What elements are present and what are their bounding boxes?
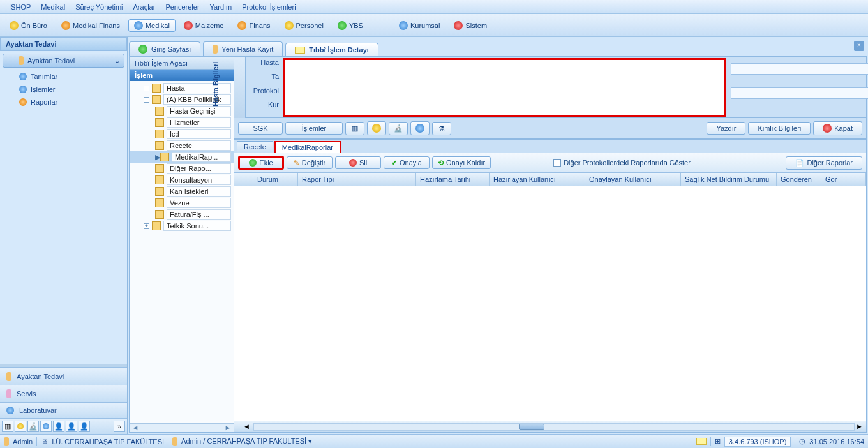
hscroll-track[interactable]	[253, 423, 855, 431]
module-ybs[interactable]: YBS	[332, 19, 369, 32]
small-icon-4[interactable]	[40, 421, 52, 432]
radiation-button[interactable]	[367, 121, 386, 135]
menu-pencereler[interactable]: Pencereler	[160, 3, 204, 11]
tree-node-konsultasyon[interactable]: Konsultasyon	[130, 174, 234, 186]
yazdir-button[interactable]: Yazdır	[707, 122, 745, 135]
islemler-button[interactable]: İşlemler	[285, 122, 343, 135]
grid-col-raportipi[interactable]: Rapor Tipi	[298, 173, 416, 186]
small-icon-5[interactable]: 👤	[53, 421, 64, 432]
left-item-label: Tanımlar	[31, 73, 57, 80]
module-onburo[interactable]: Ön Büro	[4, 19, 53, 32]
degistir-button[interactable]: ✎Değiştir	[287, 156, 333, 169]
small-icon-more[interactable]: »	[114, 421, 125, 432]
innertab-recete[interactable]: Recete	[237, 141, 273, 153]
grid-col-hazirlama[interactable]: Hazırlama Tarihi	[416, 173, 490, 186]
left-item-tanimlar[interactable]: Tanımlar	[0, 70, 127, 83]
ekle-button[interactable]: Ekle	[238, 156, 284, 170]
scroll-right-icon[interactable]: ►	[223, 424, 232, 432]
tree-node-kan[interactable]: Kan İstekleri	[130, 186, 234, 197]
small-icon-1[interactable]: ▥	[2, 421, 13, 432]
menu-yardim[interactable]: Yardım	[205, 3, 237, 11]
innertab-medikalraporlar[interactable]: MedikalRaporlar	[274, 141, 341, 153]
module-kurumsal[interactable]: Kurumsal	[393, 19, 445, 32]
radiation-icon	[372, 124, 381, 133]
module-medikal-finans[interactable]: Medikal Finans	[56, 19, 126, 32]
tree-node-vezne[interactable]: Vezne	[130, 197, 234, 209]
tree-node-hizmetler[interactable]: Hizmetler	[130, 117, 234, 128]
tree-node-label: Icd	[167, 129, 231, 139]
bottom-lab[interactable]: Laboratuvar	[0, 402, 127, 418]
tab-tibbi-islem[interactable]: Tıbbî İşlem Detayı	[285, 43, 378, 56]
hscroll-left-icon[interactable]: ◄	[243, 422, 252, 431]
tree-node-recete[interactable]: Recete	[130, 140, 234, 151]
tree-icon	[152, 95, 161, 104]
tree-expand-icon[interactable]: +	[144, 223, 149, 229]
left-item-raporlar[interactable]: Raporlar	[0, 96, 127, 108]
onayla-button[interactable]: ✔Onayla	[384, 156, 430, 169]
xray-button[interactable]: ▥	[345, 122, 364, 135]
kimlik-button[interactable]: Kimlik Bilgileri	[748, 122, 811, 135]
bottom-servis[interactable]: Servis	[0, 385, 127, 402]
status-user-org[interactable]: Admin / CERRAHPAŞA TIP FAKÜLTESİ ▾	[181, 437, 312, 445]
module-malzeme[interactable]: Malzeme	[178, 19, 230, 32]
tree-node-digerrapo[interactable]: Diğer Rapo...	[130, 163, 234, 174]
tree-node-medikalrap[interactable]: ▶MedikalRap...	[130, 151, 234, 163]
tree-node-tetkik[interactable]: +Tetkik Sonu...	[130, 220, 234, 232]
main-area: Ayaktan Tedavi Ayaktan Tedavi ⌄ Tanımlar…	[0, 37, 868, 434]
info-input-2[interactable]	[731, 87, 868, 99]
menu-ishop[interactable]: İSHOP	[4, 3, 36, 11]
other-protocols-checkbox[interactable]: Diğer Protokollerdeki Raporlarıda Göster	[553, 159, 691, 167]
sgk-button[interactable]: SGK	[238, 122, 283, 135]
tab-giris[interactable]: Giriş Sayfası	[129, 41, 200, 56]
grid-col-durum[interactable]: Durum	[253, 173, 298, 186]
grid-col-gonderen[interactable]: Gönderen	[777, 173, 821, 186]
info-input-1[interactable]	[731, 63, 868, 75]
grid-body	[234, 186, 866, 421]
tree-hscroll[interactable]: ◄►	[130, 423, 234, 432]
left-panel-subheader[interactable]: Ayaktan Tedavi ⌄	[3, 54, 124, 68]
small-icon-7[interactable]: 👤	[79, 421, 90, 432]
vert-label-hasta-bilgileri: Hasta Bigileri	[234, 57, 246, 118]
sil-label: Sil	[359, 159, 367, 167]
grid-col-gor[interactable]: Gör	[821, 173, 866, 186]
menu-protokol[interactable]: Protokol İşlemleri	[237, 3, 301, 11]
microscope-button[interactable]: 🔬	[389, 122, 408, 135]
hscroll-thumb[interactable]	[519, 424, 544, 430]
tree-icon	[155, 187, 164, 196]
small-icon-3[interactable]: 🔬	[27, 421, 39, 432]
tree-node-fatura[interactable]: Fatura/Fiş ...	[130, 209, 234, 220]
menu-surec[interactable]: Süreç Yönetimi	[70, 3, 128, 11]
module-finans[interactable]: Finans	[232, 19, 276, 32]
grid-col-onaylayan[interactable]: Onaylayan Kullanıcı	[585, 173, 681, 186]
left-item-islemler[interactable]: İşlemler	[0, 83, 127, 96]
tree-collapse-icon[interactable]: -	[144, 97, 149, 103]
diger-raporlar-button[interactable]: 📄Diğer Raporlar	[786, 156, 862, 170]
tree-node-gecmis[interactable]: Hasta Geçmişi	[130, 105, 234, 117]
detail-icon	[295, 47, 305, 54]
user2-icon	[172, 437, 177, 446]
grid-col-sagliknet[interactable]: Sağlık Net Bildirim Durumu	[681, 173, 777, 186]
scroll-left-icon[interactable]: ◄	[131, 424, 140, 432]
tree-toggle-icon[interactable]	[144, 86, 149, 91]
flask-button[interactable]: ⚗	[432, 122, 451, 135]
small-icon-6[interactable]: 👤	[66, 421, 77, 432]
module-personel[interactable]: Personel	[279, 19, 329, 32]
grid-col-hazirlayan[interactable]: Hazırlayan Kullanıcı	[490, 173, 585, 186]
kapat-button[interactable]: Kapat	[813, 121, 862, 135]
collapse-icon[interactable]: ⌄	[114, 57, 120, 65]
hscroll-right-icon[interactable]: ►	[856, 422, 865, 431]
grid-col-blank[interactable]	[234, 173, 253, 186]
menu-medikal[interactable]: Medikal	[36, 3, 70, 11]
menu-araclar[interactable]: Araçlar	[128, 3, 161, 11]
small-icon-2[interactable]	[15, 421, 26, 432]
onay-kaldir-button[interactable]: ⟲Onayı Kaldır	[432, 156, 491, 169]
status-datetime: 31.05.2016 16:54	[809, 438, 864, 445]
tab-close-button[interactable]: ×	[854, 41, 864, 51]
atom-button[interactable]	[410, 121, 430, 135]
tree-node-icd[interactable]: Icd	[130, 128, 234, 140]
grid-footer: ◄ ►	[234, 421, 866, 432]
module-sistem[interactable]: Sistem	[448, 19, 493, 32]
module-medikal[interactable]: Medikal	[128, 19, 176, 32]
mail-icon[interactable]	[696, 438, 707, 445]
sil-button[interactable]: Sil	[335, 156, 381, 169]
